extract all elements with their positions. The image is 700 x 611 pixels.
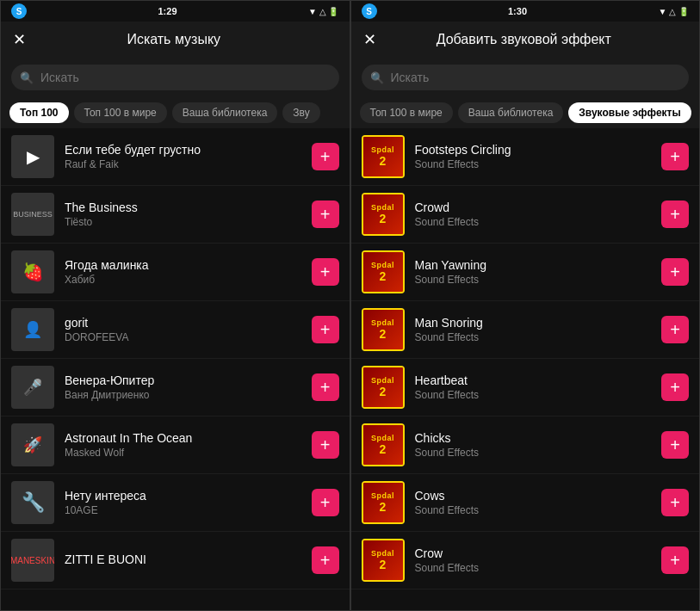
table-row: BUSI­NESS The Business Tiësto +	[1, 186, 350, 244]
left-track-list: ▶ Если тебе будет грустно Rauf & Faik + …	[1, 128, 350, 610]
add-effect-button-3[interactable]: +	[661, 258, 689, 286]
track-name-5: Венера-Юпитер	[65, 373, 312, 387]
list-item: Spdal 2 Crowd Sound Effects +	[351, 186, 700, 244]
add-effect-button-2[interactable]: +	[661, 201, 689, 228]
track-thumb-1: ▶	[11, 135, 54, 178]
track-artist-4: DOROFEEVA	[65, 331, 312, 343]
add-button-5[interactable]: +	[312, 373, 339, 401]
effect-info-4: Man Snoring Sound Effects	[415, 316, 662, 343]
list-item: Spdal 2 Footsteps Circling Sound Effects…	[351, 128, 700, 186]
effect-artist-8: Sound Effects	[415, 562, 662, 574]
tab-library[interactable]: Ваша библиотека	[172, 102, 278, 123]
effect-thumb-6: Spdal 2	[362, 423, 405, 466]
effect-thumb-7: Spdal 2	[362, 481, 405, 524]
right-panel: S 1:30 ▼ △ 🔋 ✕ Добавить звуковой эффект …	[350, 0, 701, 611]
track-artist-5: Ваня Дмитриенко	[65, 389, 312, 401]
tab-top100[interactable]: Топ 100	[9, 102, 69, 123]
left-search-input[interactable]	[11, 65, 339, 90]
effect-name-2: Crowd	[415, 201, 662, 214]
effect-thumb-2: Spdal 2	[362, 193, 405, 236]
track-artist-3: Хабиб	[65, 274, 312, 286]
left-title: Искать музыку	[34, 32, 313, 47]
track-artist-6: Masked Wolf	[65, 447, 312, 459]
track-name-7: Нету интереса	[65, 489, 312, 503]
tab-right-library[interactable]: Ваша библиотека	[458, 102, 564, 123]
add-button-4[interactable]: +	[312, 316, 339, 343]
add-button-6[interactable]: +	[312, 431, 339, 459]
list-item: Spdal 2 Cows Sound Effects +	[351, 474, 700, 532]
effect-artist-6: Sound Effects	[415, 447, 662, 459]
effect-thumb-8: Spdal 2	[362, 539, 405, 582]
add-effect-button-5[interactable]: +	[661, 373, 689, 401]
right-header: ✕ Добавить звуковой эффект	[351, 22, 700, 58]
effect-name-1: Footsteps Circling	[415, 143, 662, 157]
add-effect-button-1[interactable]: +	[661, 143, 689, 170]
add-button-8[interactable]: +	[312, 546, 339, 574]
effect-thumb-4: Spdal 2	[362, 308, 405, 351]
right-effects-list: Spdal 2 Footsteps Circling Sound Effects…	[351, 128, 700, 610]
effect-artist-2: Sound Effects	[415, 216, 662, 228]
table-row: ▶ Если тебе будет грустно Rauf & Faik +	[1, 128, 350, 186]
right-close-button[interactable]: ✕	[363, 30, 376, 49]
left-status-icons: ▼ △ 🔋	[308, 7, 338, 16]
effect-name-5: Heartbeat	[415, 373, 662, 387]
right-search-input[interactable]	[362, 65, 690, 90]
track-artist-7: 10AGE	[65, 504, 312, 516]
effect-name-7: Cows	[415, 489, 662, 503]
effect-artist-1: Sound Effects	[415, 158, 662, 170]
track-name-3: Ягода малинка	[65, 258, 312, 272]
table-row: 👤 gorit DOROFEEVA +	[1, 301, 350, 359]
track-name-4: gorit	[65, 316, 312, 330]
add-button-3[interactable]: +	[312, 258, 339, 286]
right-status-icons: ▼ △ 🔋	[659, 7, 689, 16]
list-item: Spdal 2 Man Snoring Sound Effects +	[351, 301, 700, 359]
add-button-1[interactable]: +	[312, 143, 339, 170]
effect-info-5: Heartbeat Sound Effects	[415, 373, 662, 401]
effect-thumb-5: Spdal 2	[362, 366, 405, 409]
track-thumb-2: BUSI­NESS	[11, 193, 54, 236]
effect-info-7: Cows Sound Effects	[415, 489, 662, 516]
effect-artist-7: Sound Effects	[415, 504, 662, 516]
add-button-7[interactable]: +	[312, 489, 339, 516]
list-item: Spdal 2 Crow Sound Effects +	[351, 532, 700, 589]
table-row: 🍓 Ягода малинка Хабиб +	[1, 244, 350, 301]
add-effect-button-4[interactable]: +	[661, 316, 689, 343]
track-thumb-5: 🎤	[11, 366, 54, 409]
list-item: Spdal 2 Heartbeat Sound Effects +	[351, 359, 700, 417]
effect-info-8: Crow Sound Effects	[415, 546, 662, 574]
right-time: 1:30	[508, 6, 527, 16]
track-name-6: Astronaut In The Ocean	[65, 431, 312, 445]
track-info-4: gorit DOROFEEVA	[65, 316, 312, 343]
track-artist-1: Rauf & Faik	[65, 158, 312, 170]
left-panel: S 1:29 ▼ △ 🔋 ✕ Искать музыку Топ 100 Топ…	[0, 0, 350, 611]
track-info-1: Если тебе будет грустно Rauf & Faik	[65, 143, 312, 170]
tab-right-top100world[interactable]: Топ 100 в мире	[360, 102, 453, 123]
list-item: Spdal 2 Chicks Sound Effects +	[351, 417, 700, 474]
add-effect-button-6[interactable]: +	[661, 431, 689, 459]
table-row: 🔧 Нету интереса 10AGE +	[1, 474, 350, 532]
track-info-5: Венера-Юпитер Ваня Дмитриенко	[65, 373, 312, 401]
left-header: ✕ Искать музыку	[1, 22, 350, 58]
table-row: 🎤 Венера-Юпитер Ваня Дмитриенко +	[1, 359, 350, 417]
effect-info-2: Crowd Sound Effects	[415, 201, 662, 228]
tab-top100world[interactable]: Топ 100 в мире	[74, 102, 167, 123]
effect-name-3: Man Yawning	[415, 258, 662, 272]
tab-sounds[interactable]: Зву	[282, 102, 319, 123]
tab-right-sounds[interactable]: Звуковые эффекты	[568, 102, 691, 123]
add-effect-button-8[interactable]: +	[661, 546, 689, 574]
add-effect-button-7[interactable]: +	[661, 489, 689, 516]
left-search-bar	[1, 58, 350, 97]
track-thumb-3: 🍓	[11, 250, 54, 293]
track-artist-2: Tiësto	[65, 216, 312, 228]
effect-artist-5: Sound Effects	[415, 389, 662, 401]
effect-name-8: Crow	[415, 546, 662, 560]
track-name-2: The Business	[65, 201, 312, 214]
left-tabs: Топ 100 Топ 100 в мире Ваша библиотека З…	[1, 97, 350, 128]
track-thumb-4: 👤	[11, 308, 54, 351]
left-close-button[interactable]: ✕	[13, 30, 26, 49]
add-button-2[interactable]: +	[312, 201, 339, 228]
effect-thumb-3: Spdal 2	[362, 250, 405, 293]
left-time: 1:29	[158, 6, 177, 16]
track-name-8: ZITTI E BUONI	[65, 552, 312, 566]
effect-info-1: Footsteps Circling Sound Effects	[415, 143, 662, 170]
